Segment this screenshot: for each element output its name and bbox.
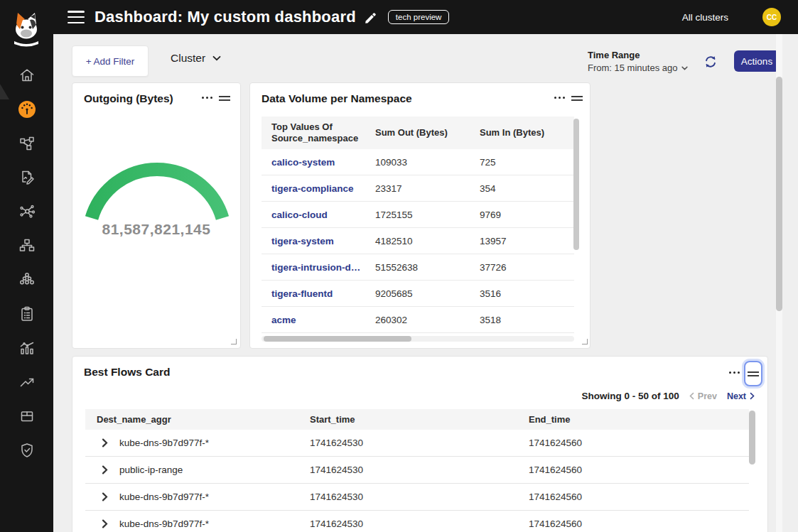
sidebar-item-threat-defense[interactable] (0, 433, 53, 467)
outgoing-bytes-card: Outgoing (Bytes) 81,587,821 (72, 82, 241, 349)
kebab-icon (202, 97, 204, 99)
chevron-right-icon (101, 438, 109, 447)
sidebar-item-packages[interactable] (0, 399, 53, 433)
card-drag-handle[interactable] (216, 93, 233, 104)
dest-name: public-ip-range (119, 465, 183, 475)
tech-preview-badge: tech preview (388, 10, 450, 24)
actions-button[interactable]: Actions (734, 50, 780, 72)
scrollbar-thumb[interactable] (573, 119, 579, 250)
expand-row-button[interactable] (101, 492, 109, 501)
trend-arrow-icon (18, 374, 36, 391)
namespace-link[interactable]: tigera-system (261, 236, 375, 246)
sum-out-value: 23317 (375, 183, 480, 194)
cluster-filter-dropdown[interactable]: Cluster (171, 52, 221, 65)
sum-in-value: 37726 (480, 262, 574, 273)
sidebar-item-home[interactable] (0, 58, 53, 92)
dest-name: kube-dns-9b7d977f-* (119, 519, 209, 529)
add-filter-button[interactable]: + Add Filter (72, 45, 149, 77)
dashboard-main: + Add Filter Cluster Time Range From: 15… (53, 34, 798, 532)
sidebar-item-compliance-reports[interactable] (0, 297, 53, 331)
package-box-icon (18, 408, 36, 425)
sidebar-item-clusters[interactable] (0, 263, 53, 297)
bar-chart-icon (18, 340, 36, 357)
chevron-right-icon (750, 392, 755, 400)
pencil-icon (365, 11, 378, 24)
sidebar-item-network-topology[interactable] (0, 229, 53, 263)
sidebar-item-policies[interactable] (0, 161, 53, 195)
namespace-link[interactable]: tigera-intrusion-d… (261, 262, 375, 273)
gauge-arc (92, 169, 222, 218)
pagination: Showing 0 - 50 of 100 Prev Next (582, 391, 755, 401)
user-avatar[interactable]: CC (762, 8, 781, 26)
gauge-value: 81,587,821,145 (72, 221, 240, 238)
card-title: Data Volume per Namespace (261, 92, 412, 105)
card-resize-grip[interactable] (582, 339, 588, 344)
end-time: 1741624560 (517, 492, 749, 502)
scrollbar-thumb[interactable] (264, 336, 411, 342)
page-title: Dashboard: My custom dashboard (95, 8, 356, 26)
sidebar-item-trends[interactable] (0, 365, 53, 399)
data-volume-card: Data Volume per Namespace Top Values Of … (249, 82, 591, 349)
molecule-cluster-icon (18, 271, 36, 288)
sum-in-value: 354 (480, 183, 574, 194)
card-menu-button[interactable] (199, 94, 215, 102)
sidebar (0, 0, 53, 532)
namespace-link[interactable]: tigera-compliance (261, 183, 375, 194)
sum-out-value: 4182510 (375, 236, 480, 246)
gauge-chart (79, 139, 235, 225)
sidebar-item-dashboards[interactable] (0, 92, 53, 126)
pagination-status: Showing 0 - 50 of 100 (582, 391, 679, 401)
table-row: kube-dns-9b7d977f-* 1741624530 174162456… (85, 484, 749, 511)
chevron-down-icon (212, 55, 221, 61)
namespace-link[interactable]: calico-cloud (261, 210, 375, 220)
column-header: Sum In (Bytes) (480, 127, 574, 139)
hamburger-icon (68, 11, 85, 13)
table-row: tigera-fluentd 9205685 3516 (261, 281, 574, 307)
namespace-table: Top Values Of Source_namespace Sum Out (… (261, 116, 574, 333)
time-range-dropdown[interactable]: From: 15 minutes ago (588, 63, 688, 73)
sum-in-value: 3516 (480, 288, 574, 299)
prev-page-button[interactable]: Prev (689, 391, 717, 401)
home-icon (18, 67, 36, 84)
column-header: Start_time (298, 414, 517, 425)
menu-toggle-button[interactable] (68, 11, 85, 23)
next-page-button[interactable]: Next (727, 391, 755, 401)
expand-row-button[interactable] (101, 465, 109, 474)
expand-row-button[interactable] (101, 519, 109, 528)
start-time: 1741624530 (298, 438, 517, 448)
chevron-left-icon (689, 392, 694, 400)
chevron-right-icon (101, 465, 109, 474)
dest-name: kube-dns-9b7d977f-* (119, 438, 209, 448)
namespace-link[interactable]: tigera-fluentd (261, 288, 375, 299)
namespace-link[interactable]: acme (261, 315, 375, 325)
best-flows-card: Best Flows Card Showing 0 - 50 of 100 Pr… (72, 356, 768, 532)
end-time: 1741624560 (517, 519, 749, 529)
sum-in-value: 9769 (480, 210, 574, 220)
card-menu-button[interactable] (726, 369, 743, 376)
refresh-button[interactable] (703, 54, 718, 70)
table-row: calico-cloud 1725155 9769 (261, 202, 574, 228)
expand-row-button[interactable] (101, 438, 109, 447)
namespace-link[interactable]: calico-system (261, 157, 375, 168)
chevron-right-icon (101, 492, 109, 501)
flows-table: Dest_name_aggr Start_time End_time kube-… (85, 409, 749, 532)
card-menu-button[interactable] (551, 94, 568, 102)
card-title: Outgoing (Bytes) (84, 92, 173, 105)
card-resize-grip[interactable] (231, 339, 237, 344)
scrollbar-thumb[interactable] (776, 77, 782, 311)
sidebar-item-statistics[interactable] (0, 331, 53, 365)
scrollbar-thumb[interactable] (749, 411, 755, 465)
sum-out-value: 1725155 (375, 210, 480, 220)
card-drag-handle-selected[interactable] (744, 361, 762, 386)
sidebar-item-service-graph[interactable] (0, 126, 53, 161)
calico-cat-logo-icon[interactable] (10, 10, 43, 47)
table-row: tigera-system 4182510 13957 (261, 228, 574, 254)
sidebar-item-flow-visualizer[interactable] (0, 195, 53, 229)
column-header: Top Values Of Source_namespace (261, 121, 375, 145)
vertical-scrollbar (749, 411, 755, 532)
dest-name: kube-dns-9b7d977f-* (119, 492, 209, 502)
edit-dashboard-button[interactable] (365, 11, 378, 24)
table-row: kube-dns-9b7d977f-* 1741624530 174162456… (85, 511, 749, 532)
card-drag-handle[interactable] (568, 93, 586, 104)
all-clusters-selector[interactable]: All clusters (682, 12, 728, 23)
